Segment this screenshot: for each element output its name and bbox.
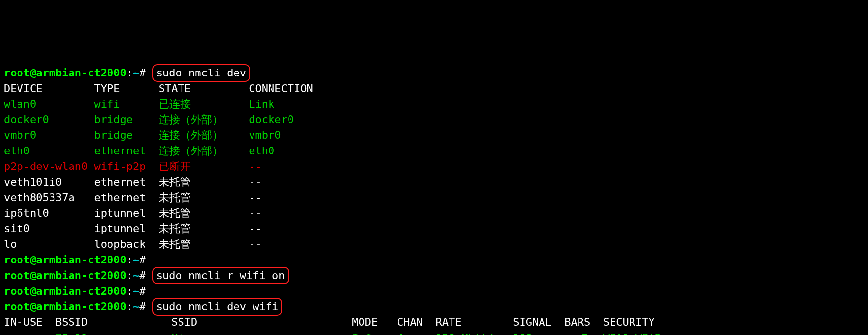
- hdr-bssid: BSSID: [55, 315, 171, 330]
- prompt-user: root@armbian-ct2000: [4, 300, 127, 313]
- cmd-text: sudo nmcli r wifi on: [156, 269, 285, 281]
- dev-table-row: veth805337aethernet未托管--: [4, 190, 864, 205]
- dev-state: 连接（外部）: [159, 143, 249, 159]
- dev-device: veth101i0: [4, 174, 94, 190]
- dev-device: sit0: [4, 221, 94, 237]
- hdr-inuse: IN-USE: [4, 315, 55, 330]
- dev-table-row: docker0bridge连接（外部）docker0: [4, 112, 864, 128]
- dev-device: veth805337a: [4, 190, 94, 205]
- dev-state: 未托管: [159, 190, 249, 205]
- dev-table-row: wlan0wifi已连接Link: [4, 96, 864, 112]
- dev-conn: eth0: [249, 143, 326, 159]
- dev-table-row: vmbr0bridge连接（外部）vmbr0: [4, 128, 864, 143]
- prompt-user: root@armbian-ct2000: [4, 269, 127, 281]
- dev-conn: --: [249, 221, 326, 237]
- dev-table-row: loloopback未托管--: [4, 237, 864, 252]
- dev-state: 未托管: [159, 237, 249, 252]
- dev-conn: docker0: [249, 112, 326, 128]
- prompt-colon: :: [127, 67, 133, 79]
- hdr-chan: CHAN: [397, 315, 435, 330]
- dev-type: ethernet: [94, 190, 158, 205]
- dev-conn: --: [249, 237, 326, 252]
- hdr-state: STATE: [159, 81, 249, 96]
- dev-table-row: p2p-dev-wlan0wifi-p2p已断开--: [4, 159, 864, 174]
- dev-conn: --: [249, 190, 326, 205]
- dev-device: p2p-dev-wlan0: [4, 159, 94, 174]
- prompt-user: root@armbian-ct2000: [4, 285, 127, 297]
- hdr-conn: CONNECTION: [249, 81, 326, 96]
- cmd-nmcli-dev: sudo nmcli dev: [152, 64, 250, 82]
- dev-conn: Link: [249, 96, 326, 112]
- dev-type: bridge: [94, 128, 158, 143]
- dev-device: vmbr0: [4, 128, 94, 143]
- prompt-cwd: ~: [133, 254, 139, 266]
- dev-table-row: veth101i0ethernet未托管--: [4, 174, 864, 190]
- cmd-nmcli-dev-wifi: sudo nmcli dev wifi: [152, 298, 283, 316]
- wifi-chan: 4: [397, 330, 435, 335]
- wifi-mode: Infra: [352, 330, 397, 335]
- prompt-hash: #: [139, 300, 145, 313]
- dev-state: 连接（外部）: [159, 128, 249, 143]
- hdr-signal: SIGNAL: [513, 315, 564, 330]
- prompt-hash: #: [139, 254, 145, 266]
- dev-type: loopback: [94, 237, 158, 252]
- cmd-text: sudo nmcli dev: [156, 67, 246, 79]
- dev-type: wifi: [94, 96, 158, 112]
- hdr-type: TYPE: [94, 81, 158, 96]
- dev-device: lo: [4, 237, 94, 252]
- prompt-hash: #: [139, 269, 145, 281]
- dev-conn: --: [249, 159, 326, 174]
- dev-device: ip6tnl0: [4, 205, 94, 221]
- wifi-security: WPA1 WPA2: [603, 330, 681, 335]
- hdr-rate: RATE: [435, 315, 513, 330]
- prompt-colon: :: [127, 254, 133, 266]
- prompt-user: root@armbian-ct2000: [4, 67, 127, 79]
- bars-icon: [564, 333, 588, 335]
- prompt-cwd: ~: [133, 300, 139, 313]
- prompt-hash: #: [139, 285, 145, 297]
- dev-type: wifi-p2p: [94, 159, 158, 174]
- prompt-colon: :: [127, 285, 133, 297]
- hdr-ssid: SSID: [171, 315, 352, 330]
- dev-state: 未托管: [159, 174, 249, 190]
- cmd-text: sudo nmcli dev wifi: [156, 300, 279, 313]
- dev-type: iptunnel: [94, 205, 158, 221]
- prompt-cwd: ~: [133, 269, 139, 281]
- dev-table-row: sit0iptunnel未托管--: [4, 221, 864, 237]
- dev-device: docker0: [4, 112, 94, 128]
- wifi-table-row: 78:11:XiaoInfra4130 Mbit/s100WPA1 WPA2: [4, 330, 864, 335]
- terminal[interactable]: root@armbian-ct2000:~# sudo nmcli devDEV…: [4, 65, 864, 335]
- prompt-colon: :: [127, 300, 133, 313]
- dev-conn: --: [249, 174, 326, 190]
- dev-conn: vmbr0: [249, 128, 326, 143]
- dev-device: wlan0: [4, 96, 94, 112]
- dev-state: 已断开: [159, 159, 249, 174]
- prompt-cwd: ~: [133, 285, 139, 297]
- dev-type: ethernet: [94, 143, 158, 159]
- hdr-bars: BARS: [564, 315, 603, 330]
- dev-state: 未托管: [159, 205, 249, 221]
- dev-table-row: ip6tnl0iptunnel未托管--: [4, 205, 864, 221]
- wifi-ssid: Xiao: [171, 330, 352, 335]
- dev-state: 未托管: [159, 221, 249, 237]
- dev-device: eth0: [4, 143, 94, 159]
- dev-type: ethernet: [94, 174, 158, 190]
- wifi-inuse: [4, 330, 55, 335]
- prompt-hash: #: [139, 67, 145, 79]
- wifi-rate: 130 Mbit/s: [435, 330, 513, 335]
- dev-table-row: eth0ethernet连接（外部）eth0: [4, 143, 864, 159]
- prompt-user: root@armbian-ct2000: [4, 254, 127, 266]
- dev-state: 已连接: [159, 96, 249, 112]
- dev-state: 连接（外部）: [159, 112, 249, 128]
- wifi-table-header: IN-USEBSSIDSSIDMODECHANRATESIGNALBARSSEC…: [4, 315, 864, 330]
- wifi-bars: [564, 330, 603, 335]
- hdr-security: SECURITY: [603, 315, 681, 330]
- wifi-bssid: 78:11:: [55, 330, 171, 335]
- dev-table-header: DEVICETYPESTATECONNECTION: [4, 81, 864, 96]
- dev-type: iptunnel: [94, 221, 158, 237]
- prompt-colon: :: [127, 269, 133, 281]
- hdr-device: DEVICE: [4, 81, 94, 96]
- cmd-nmcli-wifi-on: sudo nmcli r wifi on: [152, 267, 289, 284]
- dev-conn: --: [249, 205, 326, 221]
- dev-type: bridge: [94, 112, 158, 128]
